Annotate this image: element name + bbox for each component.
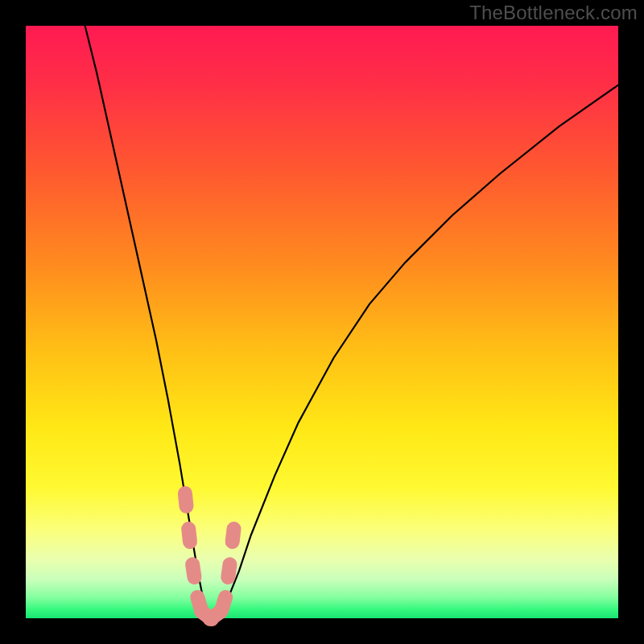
- chart-svg: [0, 0, 644, 644]
- chart-frame: TheBottleneck.com: [0, 0, 644, 644]
- plot-background: [26, 26, 618, 618]
- watermark-text: TheBottleneck.com: [469, 2, 638, 24]
